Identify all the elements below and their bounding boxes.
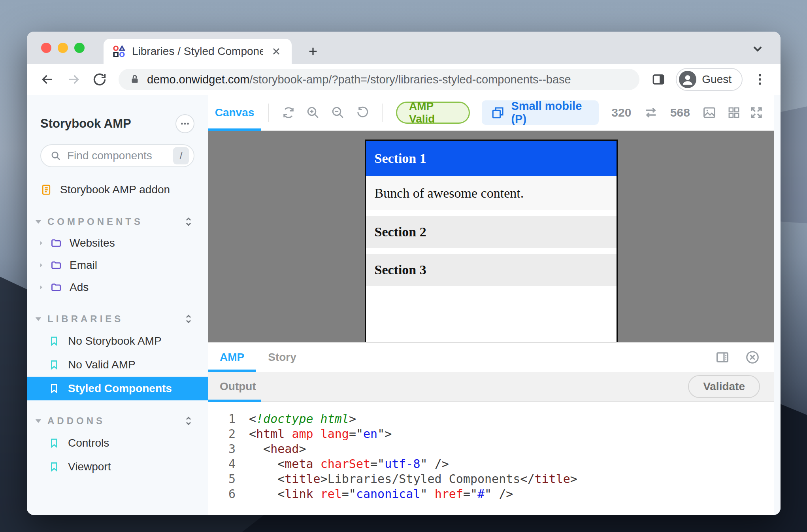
accordion-section-1-header[interactable]: Section 1 — [366, 141, 617, 176]
sidebar-item-label: Websites — [70, 237, 115, 249]
sidebar-item-no-valid-amp[interactable]: No Valid AMP — [27, 353, 208, 377]
fullscreen-icon[interactable] — [747, 102, 766, 124]
accordion-section-3-header[interactable]: Section 3 — [366, 254, 617, 286]
sidebar-item-label: No Storybook AMP — [68, 335, 162, 347]
tab-search-chevron-icon[interactable] — [750, 41, 765, 55]
expand-all-icon[interactable] — [183, 216, 194, 228]
line-number: 5 — [222, 472, 236, 487]
code-line: 2<html amp lang="en"> — [222, 426, 774, 441]
new-tab-button[interactable] — [304, 42, 322, 61]
sidebar-item-label: Viewport — [68, 460, 111, 473]
minimize-window-button[interactable] — [58, 43, 68, 53]
section-header-addons[interactable]: ADDONS — [27, 411, 208, 431]
code-output[interactable]: 1<!doctype html>2<html amp lang="en">3 <… — [208, 402, 774, 515]
collapse-triangle-icon — [36, 317, 41, 321]
profile-button[interactable]: Guest — [676, 68, 743, 91]
zoom-out-icon[interactable] — [328, 102, 348, 124]
bookmark-icon — [49, 462, 59, 472]
search-input[interactable] — [67, 149, 168, 162]
back-icon[interactable] — [37, 69, 58, 90]
viewport-label: Small mobile (P) — [511, 100, 589, 126]
overflow-menu-icon[interactable] — [750, 69, 770, 90]
expand-all-icon[interactable] — [183, 313, 194, 325]
sidebar-menu-button[interactable] — [175, 114, 194, 133]
screenshot-icon[interactable] — [700, 102, 719, 124]
collapse-triangle-icon — [36, 220, 41, 224]
close-panel-icon[interactable] — [745, 350, 760, 365]
bookmark-icon — [49, 336, 59, 346]
collapse-triangle-icon — [36, 419, 41, 423]
toolbar-divider — [382, 104, 383, 122]
code-line: 1<!doctype html> — [222, 411, 774, 426]
line-number: 2 — [222, 426, 236, 441]
zoom-reset-icon[interactable] — [353, 102, 372, 124]
sidebar-item-label: Controls — [68, 437, 109, 449]
app-content: Storybook AMP / Stor — [27, 95, 781, 515]
url-domain: demo.onwidget.com — [147, 73, 250, 86]
section-header-libraries[interactable]: LIBRARIES — [27, 309, 208, 329]
sidebar-item-label: Styled Components — [68, 382, 172, 395]
code-line: 3 <head> — [222, 441, 774, 457]
profile-label: Guest — [702, 73, 732, 86]
tab-title: Libraries / Styled Components — [132, 45, 263, 58]
amp-valid-badge[interactable]: AMP Valid — [396, 102, 470, 124]
app-title: Storybook AMP — [40, 117, 131, 131]
browser-toolbar: demo.onwidget.com/storybook-amp/?path=/s… — [27, 64, 781, 95]
tab-story[interactable]: Story — [256, 343, 308, 372]
side-panel-icon[interactable] — [648, 69, 669, 90]
sidebar-item-email[interactable]: Email — [27, 254, 208, 276]
viewport-width-value[interactable]: 320 — [611, 106, 631, 119]
toolbar-divider — [268, 104, 269, 122]
sidebar-item-label: No Valid AMP — [68, 358, 136, 371]
zoom-in-icon[interactable] — [303, 102, 323, 124]
tab-output[interactable]: Output — [208, 372, 268, 401]
sidebar-item-controls[interactable]: Controls — [27, 431, 208, 455]
sidebar-item-no-storybook-amp[interactable]: No Storybook AMP — [27, 329, 208, 353]
section-label: LIBRARIES — [47, 313, 183, 324]
sidebar-item-styled-components[interactable]: Styled Components — [27, 377, 208, 400]
line-number: 1 — [222, 411, 236, 426]
tab-close-icon[interactable] — [270, 45, 283, 58]
storybook-favicon-icon — [112, 45, 126, 58]
tab-canvas[interactable]: Canvas — [208, 95, 261, 130]
browser-tab[interactable]: Libraries / Styled Components — [104, 39, 292, 64]
expander-icon — [37, 261, 45, 269]
browser-window: Libraries / Styled Components — [27, 32, 781, 515]
reload-icon[interactable] — [89, 69, 110, 90]
viewport-selector[interactable]: Small mobile (P) — [482, 100, 599, 125]
viewport-height-value[interactable]: 568 — [670, 106, 690, 119]
validate-button[interactable]: Validate — [688, 375, 760, 398]
sidebar-item-ads[interactable]: Ads — [27, 276, 208, 298]
search-box[interactable]: / — [40, 144, 194, 167]
expand-all-icon[interactable] — [183, 415, 194, 427]
storybook-sidebar: Storybook AMP / Stor — [27, 95, 208, 515]
expander-icon — [37, 283, 45, 291]
sidebar-item-label: Ads — [70, 281, 89, 294]
sidebar-item-viewport[interactable]: Viewport — [27, 455, 208, 479]
zoom-window-button[interactable] — [74, 43, 85, 53]
line-number: 4 — [222, 457, 236, 472]
search-shortcut-key: / — [173, 147, 189, 164]
bookmark-icon — [49, 438, 59, 448]
document-icon — [40, 184, 52, 196]
grid-icon[interactable] — [724, 102, 744, 124]
accordion-section-2-header[interactable]: Section 2 — [366, 216, 617, 248]
tab-amp[interactable]: AMP — [208, 343, 256, 372]
section-label: COMPONENTS — [47, 216, 183, 227]
close-window-button[interactable] — [41, 43, 51, 53]
section-label: ADDONS — [47, 415, 183, 426]
section-header-components[interactable]: COMPONENTS — [27, 211, 208, 232]
bookmark-icon — [49, 383, 59, 394]
sidebar-item-websites[interactable]: Websites — [27, 232, 208, 254]
folder-icon — [51, 282, 62, 293]
panel-position-icon[interactable] — [715, 350, 730, 365]
remount-refresh-icon[interactable] — [279, 102, 298, 124]
url-text: demo.onwidget.com/storybook-amp/?path=/s… — [147, 73, 571, 86]
storybook-main: Canvas — [208, 95, 774, 515]
device-icon — [491, 106, 505, 119]
url-bar[interactable]: demo.onwidget.com/storybook-amp/?path=/s… — [119, 69, 639, 90]
sidebar-item-addon-link[interactable]: Storybook AMP addon — [27, 178, 208, 201]
bookmark-icon — [49, 360, 59, 370]
forward-icon[interactable] — [63, 69, 84, 90]
swap-dimensions-icon[interactable] — [641, 102, 660, 124]
